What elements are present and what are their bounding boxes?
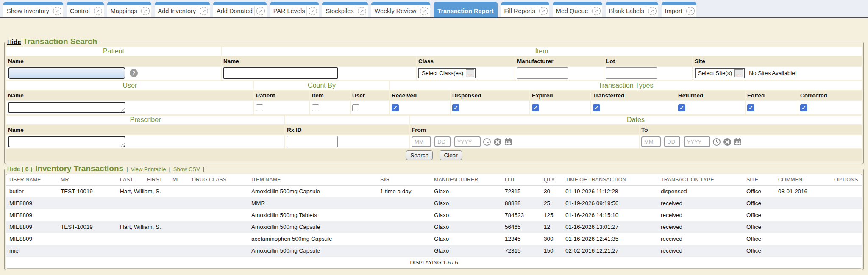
lot-input[interactable] [606, 67, 657, 79]
external-link-icon[interactable]: ↗ [539, 7, 548, 15]
tab-blank-labels[interactable]: Blank Labels↗ [606, 2, 658, 17]
patient-name-input[interactable] [8, 67, 125, 79]
site-picker-button[interactable]: ... [734, 69, 743, 77]
external-link-icon[interactable]: ↗ [686, 7, 695, 15]
table-cell [775, 245, 831, 257]
clock-icon[interactable] [483, 138, 491, 146]
tab-weekly-review[interactable]: Weekly Review↗ [371, 2, 431, 17]
clock-icon[interactable] [712, 138, 721, 146]
clear-date-icon[interactable] [493, 138, 502, 146]
column-header-transaction-type[interactable]: TRANSACTION TYPE [661, 177, 714, 183]
calendar-icon[interactable] [734, 138, 742, 146]
external-link-icon[interactable]: ↗ [256, 7, 265, 15]
column-header-qty[interactable]: QTY [544, 177, 555, 183]
tab-import[interactable]: Import↗ [662, 2, 696, 17]
site-select[interactable]: Select Site(s) ... [695, 68, 745, 78]
column-header-drug-class[interactable]: DRUG CLASS [192, 177, 226, 183]
external-link-icon[interactable]: ↗ [592, 7, 601, 15]
from-month-input[interactable]: MM [412, 136, 431, 147]
type-returned-checkbox[interactable] [678, 104, 685, 111]
table-cell: 01-19-2026 09:19:56 [562, 197, 657, 209]
hide-search-link[interactable]: Hide [7, 38, 21, 45]
external-link-icon[interactable]: ↗ [141, 7, 150, 15]
calendar-icon[interactable] [504, 138, 512, 146]
table-cell: 25 [540, 197, 562, 209]
item-name-input[interactable] [223, 67, 338, 79]
search-button[interactable]: Search [406, 150, 433, 160]
tab-stockpiles[interactable]: Stockpiles↗ [322, 2, 367, 17]
tab-show-inventory[interactable]: Show Inventory↗ [3, 2, 63, 17]
type-received-checkbox[interactable] [392, 104, 399, 111]
tab-control[interactable]: Control↗ [67, 2, 104, 17]
type-dispensed-checkbox[interactable] [452, 104, 459, 111]
external-link-icon[interactable]: ↗ [94, 7, 102, 15]
type-corrected-checkbox[interactable] [800, 104, 807, 111]
column-header-cell: FIRST [144, 174, 169, 186]
clear-date-icon[interactable] [723, 138, 732, 146]
column-header-last[interactable]: LAST [120, 177, 133, 183]
prescriber-name-input[interactable] [8, 136, 125, 147]
column-header-time-of-transaction[interactable]: TIME OF TRANSACTION [565, 177, 626, 183]
user-section-header: User [6, 81, 253, 90]
column-header-comment[interactable]: COMMENT [778, 177, 806, 183]
tab-divider [254, 6, 255, 16]
type-expired-checkbox[interactable] [532, 104, 539, 111]
column-header-mr[interactable]: MR [61, 177, 69, 183]
tab-par-levels[interactable]: PAR Levels↗ [270, 2, 319, 17]
external-link-icon[interactable]: ↗ [648, 7, 657, 15]
external-link-icon[interactable]: ↗ [53, 7, 61, 15]
countby-patient-checkbox[interactable] [256, 104, 263, 111]
separator: | [126, 166, 128, 172]
tab-transaction-report[interactable]: Transaction Report [434, 2, 497, 17]
table-row: MIE8809MMRGlaxo888882501-19-2026 09:19:5… [6, 197, 862, 209]
column-header-item-name[interactable]: ITEM NAME [251, 177, 281, 183]
user-name-input[interactable] [8, 102, 125, 113]
type-edited-checkbox[interactable] [747, 104, 754, 111]
from-day-input[interactable]: DD [434, 136, 451, 147]
to-month-input[interactable]: MM [641, 136, 661, 147]
clear-button[interactable]: Clear [440, 150, 462, 160]
to-day-input[interactable]: DD [664, 136, 680, 147]
tab-mappings[interactable]: Mappings↗ [107, 2, 151, 17]
table-cell [189, 186, 248, 198]
class-select[interactable]: Select Class(es) ... [418, 68, 476, 78]
table-cell: TEST-10019 [57, 221, 117, 233]
external-link-icon[interactable]: ↗ [200, 7, 208, 15]
tab-fill-reports[interactable]: Fill Reports↗ [501, 2, 549, 17]
patient-section-header: Patient [6, 47, 221, 56]
tab-body: Import↗ [662, 5, 696, 17]
column-header-first[interactable]: FIRST [147, 177, 162, 183]
external-link-icon[interactable]: ↗ [358, 7, 366, 15]
rxid-input[interactable] [287, 136, 338, 147]
column-header-sig[interactable]: SIG [380, 177, 389, 183]
column-header-manufacturer[interactable]: MANUFACTURER [434, 177, 478, 183]
class-select-value: Select Class(es) [422, 70, 463, 76]
class-picker-button[interactable]: ... [466, 69, 474, 77]
manufacturer-input[interactable] [517, 67, 568, 79]
tab-body: Fill Reports↗ [501, 5, 549, 17]
table-cell [57, 197, 117, 209]
tab-med-queue[interactable]: Med Queue↗ [553, 2, 602, 17]
to-year-input[interactable]: YYYY [684, 136, 710, 147]
column-header-site[interactable]: SITE [746, 177, 758, 183]
from-year-input[interactable]: YYYY [454, 136, 481, 147]
show-csv-link[interactable]: Show CSV [173, 166, 200, 172]
countby-user-checkbox[interactable] [352, 104, 359, 111]
column-header-mi[interactable]: MI [172, 177, 178, 183]
date-to-label: To [640, 125, 862, 134]
column-header-lot[interactable]: LOT [505, 177, 515, 183]
hide-results-link[interactable]: Hide ( 6 ) [7, 166, 32, 172]
external-link-icon[interactable]: ↗ [420, 7, 428, 15]
countby-item-checkbox[interactable] [312, 104, 319, 111]
column-header-user-name[interactable]: USER NAME [9, 177, 41, 183]
view-printable-link[interactable]: View Printable [131, 166, 166, 172]
no-sites-note: No Sites Available! [749, 70, 796, 76]
tab-label: Add Inventory [158, 8, 196, 14]
tab-divider [590, 6, 590, 16]
help-icon[interactable]: ? [130, 69, 138, 77]
type-transferred-checkbox[interactable] [593, 104, 600, 111]
tab-add-inventory[interactable]: Add Inventory↗ [155, 2, 210, 17]
type-dispensed-label: Dispensed [451, 91, 529, 100]
tab-add-donated[interactable]: Add Donated↗ [213, 2, 267, 17]
external-link-icon[interactable]: ↗ [309, 7, 317, 15]
